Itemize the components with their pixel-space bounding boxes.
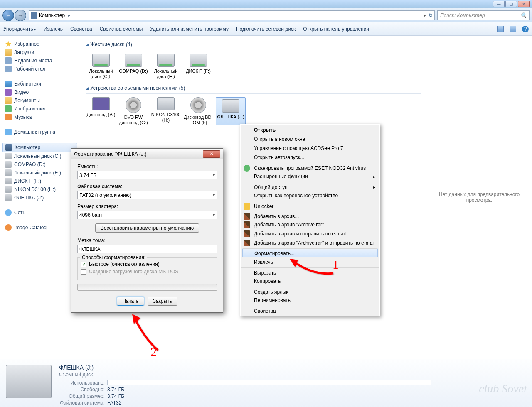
sidebar-videos[interactable]: Видео: [5, 88, 81, 96]
fs-select[interactable]: FAT32 (по умолчанию): [77, 191, 217, 199]
ctx-rar-email[interactable]: Добавить в архив и отправить по e-mail..…: [241, 229, 379, 238]
drive-d[interactable]: COMPAQ (D:): [118, 54, 148, 79]
sidebar-drive-f[interactable]: ДИСК F (F:): [5, 177, 81, 185]
floppy-icon: [92, 97, 110, 110]
eset-icon: [244, 165, 250, 172]
homegroup-section[interactable]: Домашняя группа: [5, 128, 81, 136]
back-button[interactable]: ←: [2, 10, 14, 21]
dialog-close-button[interactable]: ✕: [203, 150, 220, 158]
submenu-arrow-icon: ▸: [373, 174, 375, 179]
maximize-button[interactable]: ▢: [505, 1, 517, 7]
ctx-open-new[interactable]: Открыть в новом окне: [241, 135, 379, 144]
progress-bar: [77, 284, 217, 291]
libraries-section[interactable]: Библиотеки: [5, 80, 81, 88]
ctx-open[interactable]: Открыть: [241, 125, 379, 135]
ctx-eset-adv[interactable]: Расширенные функции▸: [241, 172, 379, 181]
drive-e[interactable]: Локальный диск (E:): [151, 54, 181, 79]
ctx-rar-add[interactable]: Добавить в архив...: [241, 211, 379, 220]
organize-menu[interactable]: Упорядочить: [3, 26, 36, 32]
cluster-select[interactable]: 4096 байт: [77, 211, 217, 219]
ctx-properties[interactable]: Свойства: [241, 306, 379, 315]
sidebar-drive-h[interactable]: NIKON D3100 (H:): [5, 185, 81, 194]
drive-floppy[interactable]: Дисковод (A:): [86, 97, 116, 125]
command-bar: Упорядочить Извлечь Свойства Свойства си…: [0, 22, 532, 36]
control-panel-button[interactable]: Открыть панель управления: [303, 26, 369, 32]
volume-input[interactable]: [77, 245, 217, 253]
computer-section[interactable]: Компьютер: [2, 143, 77, 152]
sidebar-drive-j[interactable]: ФЛЕШКА (J:): [5, 194, 81, 202]
quick-format-checkbox[interactable]: ✔Быстрое (очистка оглавления): [81, 261, 213, 267]
removable-group-header[interactable]: Устройства со съемными носителями (5): [86, 85, 421, 91]
detail-title: ФЛЕШКА (J:): [59, 364, 431, 371]
drive-dvd[interactable]: DVD RW дисковод (G:): [118, 97, 148, 125]
restore-defaults-button[interactable]: Восстановить параметры по умолчанию: [95, 223, 199, 233]
drive-nikon[interactable]: NIKON D3100 (H:): [151, 97, 181, 125]
properties-button[interactable]: Свойства: [70, 26, 92, 32]
forward-button[interactable]: →: [15, 10, 26, 21]
format-dialog: Форматирование "ФЛЕШКА (J:)" ✕ Емкость: …: [71, 148, 223, 313]
pictures-icon: [5, 105, 12, 112]
address-bar[interactable]: Компьютер ▸ ▾ ↻: [29, 10, 435, 20]
titlebar: — ▢ ✕: [0, 0, 532, 8]
sidebar-desktop[interactable]: Рабочий стол: [5, 65, 81, 73]
ctx-format[interactable]: Форматировать...: [242, 248, 378, 257]
uninstall-button[interactable]: Удалить или изменить программу: [150, 26, 229, 32]
ctx-shortcut[interactable]: Создать ярлык: [241, 287, 379, 296]
ctx-rar-emailname[interactable]: Добавить в архив "Archive.rar" и отправи…: [241, 238, 379, 248]
drive-c[interactable]: Локальный диск (C:): [86, 54, 116, 79]
ctx-autorun[interactable]: Открыть автозапуск...: [241, 153, 379, 162]
capacity-select[interactable]: 3,74 ГБ: [77, 171, 217, 179]
chevron-down-icon[interactable]: ▾: [424, 12, 426, 18]
ctx-acdsee[interactable]: Управление с помощью ACDSee Pro 7: [241, 144, 379, 153]
ctx-share[interactable]: Общий доступ▸: [241, 182, 379, 191]
winrar-icon: [244, 221, 250, 228]
breadcrumb[interactable]: Компьютер: [39, 12, 65, 18]
drive-icon: [5, 194, 12, 201]
ctx-portable[interactable]: Открыть как переносное устройство: [241, 191, 379, 200]
ctx-rename[interactable]: Переименовать: [241, 296, 379, 305]
sidebar-drive-d[interactable]: COMPAQ (D:): [5, 160, 81, 169]
drive-icon: [5, 178, 12, 184]
search-input[interactable]: Поиск: Компьютер 🔍: [437, 10, 530, 20]
ctx-unlocker[interactable]: Unlocker: [241, 201, 379, 210]
close-button[interactable]: ✕: [518, 1, 530, 7]
drive-fleshka[interactable]: ФЛЕШКА (J:): [216, 97, 246, 125]
recent-icon: [5, 57, 12, 64]
drive-icon: [5, 161, 12, 168]
ctx-rar-addname[interactable]: Добавить в архив "Archive.rar": [241, 220, 379, 229]
sidebar-music[interactable]: Музыка: [5, 113, 81, 121]
ctx-eset-scan[interactable]: Сканировать программой ESET NOD32 Antivi…: [241, 163, 379, 172]
sidebar-pictures[interactable]: Изображения: [5, 105, 81, 113]
preview-pane-icon[interactable]: [510, 26, 516, 32]
sidebar-drive-e[interactable]: Локальный диск (E:): [5, 169, 81, 177]
close-button[interactable]: Закрыть: [148, 297, 177, 306]
view-icon[interactable]: [497, 26, 504, 32]
drive-f[interactable]: ДИСК F (F:): [183, 54, 213, 79]
winrar-icon: [244, 230, 250, 237]
sidebar-downloads[interactable]: Загрузки: [5, 48, 81, 56]
refresh-icon[interactable]: ↻: [429, 12, 433, 18]
catalog-section[interactable]: Image Catalog: [5, 223, 81, 232]
eject-button[interactable]: Извлечь: [44, 26, 63, 32]
network-section[interactable]: Сеть: [5, 208, 81, 217]
drive-thumbnail: [6, 365, 52, 398]
sidebar-recent[interactable]: Недавние места: [5, 56, 81, 65]
start-button[interactable]: Начать: [117, 297, 144, 306]
drive-icon: [125, 54, 142, 67]
format-options-group: Способы форматирования: ✔Быстрое (очистк…: [77, 257, 217, 280]
sidebar-documents[interactable]: Документы: [5, 96, 81, 105]
dialog-titlebar[interactable]: Форматирование "ФЛЕШКА (J:)" ✕: [71, 149, 223, 159]
hdd-group-header[interactable]: Жесткие диски (4): [86, 42, 421, 47]
sidebar-drive-c[interactable]: Локальный диск (C:): [5, 152, 81, 160]
search-icon: 🔍: [520, 12, 527, 18]
checkbox-icon: [81, 269, 86, 275]
catalog-icon: [5, 224, 12, 231]
favorites-section[interactable]: Избранное: [5, 40, 81, 48]
help-icon[interactable]: ?: [522, 26, 529, 32]
breadcrumb-arrow-icon[interactable]: ▸: [66, 13, 72, 17]
fs-label: Файловая система:: [77, 184, 217, 189]
map-drive-button[interactable]: Подключить сетевой диск: [236, 26, 296, 32]
minimize-button[interactable]: —: [493, 1, 505, 7]
drive-bdrom[interactable]: Дисковод BD-ROM (I:): [183, 97, 213, 125]
system-properties-button[interactable]: Свойства системы: [100, 26, 143, 32]
